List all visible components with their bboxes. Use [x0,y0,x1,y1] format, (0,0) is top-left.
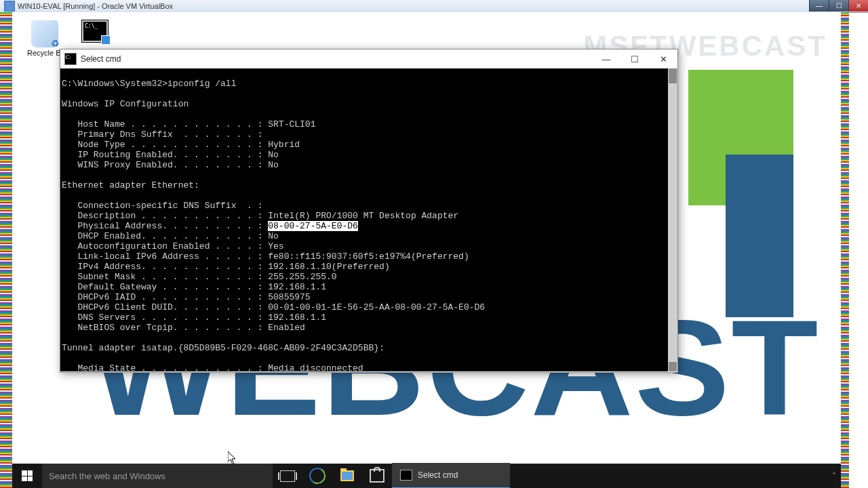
search-placeholder: Search the web and Windows [49,471,165,481]
out-node-type: Node Type . . . . . . . . . . . . : Hybr… [62,140,300,150]
windows-logo-icon [22,470,33,481]
cmd-shortcut-icon[interactable] [75,20,115,43]
out-description: Description . . . . . . . . . . . : Inte… [62,211,458,221]
system-tray[interactable]: ˆ [833,472,841,480]
virtualbox-icon [4,1,15,12]
guest-desktop[interactable]: MSFTWEBCAST WEBCAST Recycle Bi Select cm… [12,12,841,488]
taskbar: Search the web and Windows Select cmd ˆ [12,464,841,488]
cmd-titlebar[interactable]: Select cmd — ☐ ✕ [60,49,677,68]
task-view-icon [280,470,295,482]
out-ip-routing: IP Routing Enabled. . . . . . . . : No [62,150,279,160]
vb-close-button[interactable]: ✕ [848,0,868,12]
out-phys-addr-value: 08-00-27-5A-E0-D6 [268,221,358,231]
recycle-bin-glyph [31,20,58,47]
taskbar-task-label: Select cmd [418,470,458,480]
cmd-scrollbar[interactable] [668,68,677,371]
right-color-stripes [841,12,849,488]
out-tunnel-header: Tunnel adapter isatap.{8D5D89B5-F029-468… [62,343,384,353]
cmd-scrollbar-thumb[interactable] [669,68,677,83]
out-header: Windows IP Configuration [62,99,189,109]
out-subnet: Subnet Mask . . . . . . . . . . . : 255.… [62,272,337,282]
tray-chevron-icon[interactable]: ˆ [833,472,835,480]
store-button[interactable] [362,464,392,488]
search-box[interactable]: Search the web and Windows [42,464,273,488]
cmd-title-icon [64,53,77,65]
out-netbios: NetBIOS over Tcpip. . . . . . . . : Enab… [62,323,305,333]
mouse-cursor-icon [228,451,237,465]
vb-minimize-button[interactable]: — [809,0,829,12]
cmd-minimize-button[interactable]: — [592,49,620,68]
out-media-state: Media State . . . . . . . . . . . : Medi… [62,363,363,371]
recycle-bin-icon[interactable]: Recycle Bi [24,20,65,57]
edge-icon [307,466,327,485]
recycle-bin-label: Recycle Bi [24,49,65,57]
out-eth-header: Ethernet adapter Ethernet: [62,180,199,190]
cmd-command: ipconfig /all [167,79,236,89]
folder-icon [340,470,354,481]
vb-maximize-button[interactable]: ☐ [829,0,848,12]
out-dns-servers: DNS Servers . . . . . . . . . . . : 192.… [62,312,326,323]
file-explorer-button[interactable] [332,464,362,488]
out-autoconf: Autoconfiguration Enabled . . . . : Yes [62,241,284,251]
task-view-button[interactable] [273,464,302,488]
out-wins-proxy: WINS Proxy Enabled. . . . . . . . : No [62,160,279,170]
cmd-scrollbar-down[interactable] [669,362,677,371]
out-dhcp-enabled: DHCP Enabled. . . . . . . . . . . : No [62,231,279,241]
cmd-prompt: C:\Windows\System32> [62,79,167,89]
out-link-local: Link-local IPv6 Address . . . . . : fe80… [62,251,469,262]
edge-button[interactable] [302,464,332,488]
start-button[interactable] [12,464,42,488]
out-hostname: Host Name . . . . . . . . . . . . : SRT-… [62,119,315,129]
cmd-maximize-button[interactable]: ☐ [620,49,649,68]
out-iaid: DHCPv6 IAID . . . . . . . . . . . : 5085… [62,292,311,302]
virtualbox-titlebar[interactable]: WIN10-EVAL [Running] - Oracle VM Virtual… [0,0,868,13]
store-icon [370,469,384,483]
out-duid: DHCPv6 Client DUID. . . . . . . . : 00-0… [62,302,485,312]
out-conn-suffix: Connection-specific DNS Suffix . : [62,201,262,211]
cmd-shortcut-glyph [82,20,108,42]
cmd-title-text: Select cmd [81,54,121,64]
out-gateway: Default Gateway . . . . . . . . . : 192.… [62,282,326,292]
left-color-stripes [0,12,12,488]
out-primary-dns: Primary Dns Suffix . . . . . . . : [62,129,262,140]
out-ipv4: IPv4 Address. . . . . . . . . . . : 192.… [62,262,390,272]
taskbar-task-cmd[interactable]: Select cmd [392,463,510,488]
virtualbox-title: WIN10-EVAL [Running] - Oracle VM Virtual… [18,2,173,10]
cmd-output-area[interactable]: C:\Windows\System32>ipconfig /all Window… [60,68,677,371]
taskbar-task-icon [400,470,412,481]
out-phys-addr-label: Physical Address. . . . . . . . . : [62,221,268,231]
cmd-close-button[interactable]: ✕ [649,49,677,68]
cmd-window[interactable]: Select cmd — ☐ ✕ C:\Windows\System32>ipc… [60,49,678,373]
